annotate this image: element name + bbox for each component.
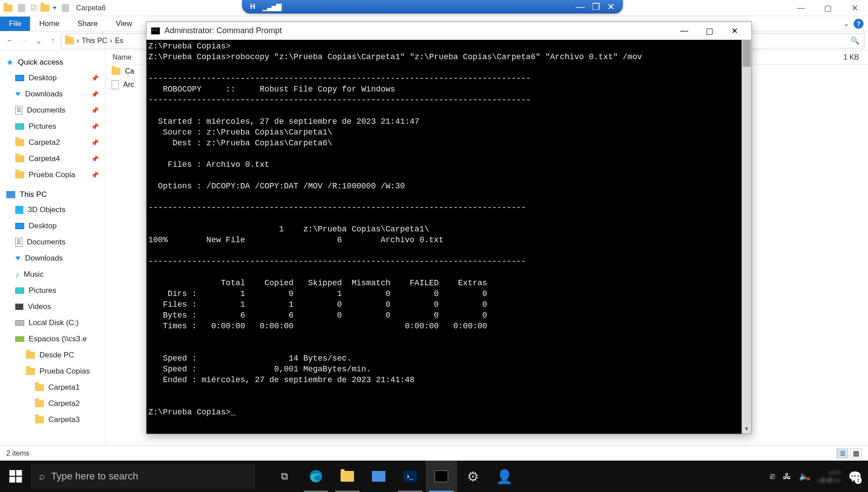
close-button[interactable]: ✕ (607, 1, 615, 12)
command-prompt-window[interactable]: Administrator: Command Prompt — ▢ ✕ Z:\P… (146, 22, 752, 434)
breadcrumb[interactable]: This PC (82, 37, 107, 45)
secondary-window-titlebar[interactable]: H ▁▃▅▇ — ❐ ✕ (242, 0, 623, 13)
column-size[interactable]: 1 KB (814, 53, 868, 61)
taskbar-settings[interactable]: ⚙ (457, 461, 488, 492)
nav-item-label: Carpeta2 (29, 138, 60, 147)
nav-item[interactable]: Documents📌 (0, 102, 105, 118)
nav-item[interactable]: Carpeta4📌 (0, 151, 105, 167)
pin-icon: 📌 (91, 123, 99, 130)
task-view-button[interactable]: ⧉ (269, 461, 300, 492)
nav-item[interactable]: Prueba Copias (0, 363, 105, 379)
chevron-down-icon[interactable] (53, 7, 56, 9)
maximize-button[interactable]: ▢ (814, 0, 841, 16)
minimize-button[interactable]: — (787, 0, 814, 16)
nav-item[interactable]: Desktop (0, 218, 105, 234)
back-button[interactable]: ← (4, 35, 16, 47)
folder-icon (35, 400, 44, 407)
nav-item[interactable]: Pictures📌 (0, 118, 105, 135)
nav-item-label: Desktop (29, 74, 56, 83)
folder-icon (26, 352, 35, 359)
large-icons-view-icon[interactable]: ▦ (850, 448, 862, 458)
windows-icon (9, 470, 22, 483)
nav-item[interactable]: Prueba Copia📌 (0, 167, 105, 183)
restore-button[interactable]: ❐ (592, 1, 600, 12)
desktop-icon (15, 75, 24, 81)
nav-item-label: Carpeta2 (48, 399, 80, 408)
this-pc-header[interactable]: This PC (0, 187, 105, 202)
nav-item[interactable]: Downloads (0, 250, 105, 266)
nav-item[interactable]: Carpeta2 (0, 396, 105, 412)
status-bar: 2 items ≣ ▦ (0, 445, 868, 461)
breadcrumb[interactable]: Es (115, 37, 124, 45)
nav-item-label: 3D Objects (28, 205, 65, 214)
nav-item[interactable]: Desde PC (0, 347, 105, 363)
nav-item[interactable]: Videos (0, 299, 105, 315)
quick-access-header[interactable]: ★ Quick access (0, 55, 105, 70)
window-title: Carpeta6 (74, 4, 106, 12)
tab-file[interactable]: File (0, 17, 30, 31)
cmd-titlebar[interactable]: Administrator: Command Prompt — ▢ ✕ (147, 22, 751, 40)
cmd-output[interactable]: Z:\Prueba Copias> Z:\Prueba Copias>roboc… (147, 40, 742, 434)
down-icon (15, 257, 21, 260)
signal-icon: ▁▃▅▇ (263, 3, 281, 11)
pin-icon: 📌 (91, 171, 99, 179)
nav-item[interactable]: Carpeta1 (0, 379, 105, 396)
tray-icon[interactable]: ⎚ (770, 472, 775, 481)
taskbar-file-explorer[interactable] (332, 461, 363, 492)
close-button[interactable]: ✕ (841, 0, 868, 16)
tab-view[interactable]: View (107, 17, 141, 31)
up-button[interactable]: ↑ (47, 35, 59, 47)
details-view-icon[interactable]: ≣ (837, 448, 848, 458)
folder-icon (341, 471, 354, 482)
minimize-button[interactable]: — (672, 22, 697, 40)
svg-rect-3 (16, 477, 22, 483)
file-name: Ca (125, 67, 134, 75)
nav-item-label: Local Disk (C:) (29, 318, 78, 327)
tab-home[interactable]: Home (30, 17, 68, 31)
volume-muted-icon[interactable]: 🔈✖ (799, 471, 809, 481)
nav-item[interactable]: Downloads📌 (0, 86, 105, 102)
tab-share[interactable]: Share (69, 17, 107, 31)
chevron-down-icon[interactable]: ⌄ (843, 19, 849, 28)
scroll-down-icon[interactable]: ▼ (742, 424, 751, 434)
taskbar[interactable]: ⌕ Type here to search ⧉ ›_ ⚙ 👤 ⎚ 🖧 🔈✖ --… (0, 461, 868, 492)
start-button[interactable] (0, 461, 31, 492)
taskbar-app[interactable] (363, 461, 394, 492)
nav-item[interactable]: Documents (0, 234, 105, 250)
notifications-button[interactable]: 💬 1 (848, 470, 860, 482)
scroll-thumb[interactable] (743, 40, 751, 67)
nav-item[interactable]: Local Disk (C:) (0, 315, 105, 331)
minimize-button[interactable]: — (576, 2, 585, 12)
scrollbar[interactable]: ▲ ▼ (742, 40, 751, 434)
nav-item[interactable]: 3D Objects (0, 202, 105, 218)
nav-item[interactable]: Carpeta2📌 (0, 135, 105, 151)
taskbar-edge[interactable] (300, 461, 332, 492)
clock[interactable]: --:----/--/---- (817, 468, 840, 484)
checkbox-icon[interactable]: ☑ (30, 4, 37, 12)
history-dropdown[interactable]: ⌄ (32, 35, 45, 47)
nav-item[interactable]: Desktop📌 (0, 70, 105, 86)
taskbar-search[interactable]: ⌕ Type here to search (31, 464, 255, 488)
nav-item[interactable]: Pictures (0, 283, 105, 299)
chevron-right-icon: › (77, 37, 79, 45)
nav-item[interactable]: Espacios (\\cs3.e (0, 331, 105, 347)
help-icon[interactable]: ? (854, 19, 864, 29)
maximize-button[interactable]: ▢ (697, 22, 722, 40)
nav-item-label: Pictures (29, 122, 56, 131)
cmd-body[interactable]: Z:\Prueba Copias> Z:\Prueba Copias>roboc… (147, 40, 751, 434)
folder-icon (35, 416, 44, 423)
nav-item[interactable]: ♪Music (0, 266, 105, 283)
close-button[interactable]: ✕ (722, 22, 747, 40)
taskbar-app2[interactable]: 👤 (488, 461, 520, 492)
network-icon[interactable]: 🖧 (783, 472, 791, 481)
folder-icon (15, 171, 24, 179)
navigation-pane[interactable]: ★ Quick access Desktop📌Downloads📌Documen… (0, 50, 105, 445)
nav-item-label: Desde PC (39, 351, 74, 360)
nav-item[interactable]: Carpeta3 (0, 412, 105, 428)
nav-item-label: Downloads (25, 254, 63, 263)
taskbar-cmd[interactable] (426, 461, 457, 492)
system-tray[interactable]: ⎚ 🖧 🔈✖ --:----/--/---- 💬 1 (762, 468, 868, 484)
forward-button[interactable]: → (18, 35, 30, 47)
powershell-icon: ›_ (403, 470, 417, 482)
taskbar-powershell[interactable]: ›_ (394, 461, 426, 492)
